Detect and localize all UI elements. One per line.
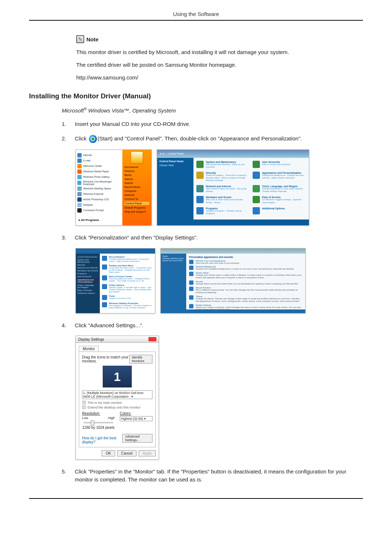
row-desc: Change which sounds are heard when you d… — [196, 283, 299, 285]
ap-side-item: Clock, Language, and Region — [77, 284, 98, 288]
best-display-link[interactable]: How do I get the best display? — [82, 436, 122, 444]
pers-row: SoundsChange which sounds are heard when… — [189, 280, 302, 285]
pers-footer — [161, 309, 305, 313]
group-links: Install or remove a font — [109, 297, 131, 299]
resolution-label: Resolution: — [82, 411, 115, 415]
sm-right-item: Help and Support — [124, 210, 149, 213]
adapter-select[interactable]: 1. (Multiple Monitors) on NVIDIA GeForce… — [82, 390, 152, 399]
group-links: Add gadgets to Sidebar · Choose whether … — [109, 304, 153, 309]
meeting-icon — [77, 186, 82, 191]
cancel-button[interactable]: Cancel — [117, 450, 136, 456]
ap-group: Windows Sidebar PropertiesAdd gadgets to… — [102, 302, 153, 309]
apply-button[interactable]: Apply — [139, 450, 156, 456]
category-title: Programs — [206, 207, 250, 210]
notepad-icon — [77, 203, 82, 207]
step-3: 3. Click "Personalization" and then "Dis… — [62, 234, 363, 242]
checkbox-icon[interactable] — [82, 405, 86, 409]
step-3-text: Click "Personalization" and then "Displa… — [75, 234, 363, 242]
category-icon — [196, 161, 204, 168]
group-links: Specify single- or double-click to open … — [109, 286, 153, 293]
gallery-icon — [77, 175, 82, 179]
identify-monitors-button[interactable]: Identify Monitors — [129, 355, 152, 364]
pers-sidebar: TasksChange desktop iconsAdjust font siz… — [161, 254, 186, 309]
step-2-pre: Click — [75, 135, 88, 141]
steps-list-5: 5. Click "Properties" in the "Monitor" t… — [62, 468, 363, 484]
resolution-slider[interactable] — [83, 422, 113, 423]
category-title: Ease of Access — [262, 196, 306, 198]
cp-category: SecurityCheck for updates · Check this c… — [196, 172, 250, 184]
close-icon[interactable] — [148, 337, 156, 341]
ds-title: Display Settings — [78, 337, 104, 341]
ok-button[interactable]: OK — [102, 450, 115, 456]
note-text-3: http://www.samsung.com/ — [76, 74, 363, 81]
ap-side-item: Additional Options — [77, 292, 98, 294]
ds-tab-monitor[interactable]: Monitor — [79, 346, 99, 352]
wmp-icon — [77, 169, 82, 174]
page-header-title: Using the Software — [29, 11, 363, 17]
step-2-num: 2. — [62, 135, 68, 143]
pers-side-item: Change desktop icons — [162, 257, 185, 259]
sm-item: Windows Media Player — [83, 170, 109, 173]
sm-item: Windows Photo Gallery — [83, 176, 110, 178]
ap-side-item: Network and Internet — [77, 267, 98, 269]
category-sub: Change keyboards or other input methods … — [262, 188, 306, 193]
high-label: High — [108, 416, 115, 420]
ap-side-item: Control Panel Home — [77, 256, 98, 258]
welcome-icon — [77, 164, 82, 168]
row-icon — [189, 260, 193, 264]
cp-category: Additional Options — [253, 207, 306, 217]
pers-main: Personalize appearance and sounds Window… — [186, 254, 305, 309]
ps-icon — [77, 197, 82, 202]
chk-main-monitor[interactable]: This is my main monitor — [82, 401, 152, 405]
category-title: System and Maintenance — [206, 161, 250, 163]
checkbox-icon[interactable] — [82, 401, 86, 405]
messenger-icon — [77, 181, 81, 185]
category-title: Additional Options — [262, 207, 285, 210]
sm-right-item: Games — [124, 178, 149, 180]
sm-item: Adobe Photoshop CS2 — [83, 198, 109, 201]
ap-side-item: Programs — [77, 272, 98, 275]
note-text-1: This monitor driver is certified by Micr… — [76, 48, 363, 56]
sm-item: Welcome Center — [83, 165, 102, 167]
cp-category: Hardware and SoundPlay CDs or other medi… — [196, 196, 250, 205]
colors-select[interactable]: Highest (32 bit) ▾ — [120, 416, 152, 421]
sm-item: Command Prompt — [83, 209, 104, 212]
cp-side-item: Classic View — [159, 164, 191, 167]
group-icon — [102, 284, 107, 289]
row-icon — [189, 295, 193, 300]
pers-row: Screen SaverChange your screen saver or … — [189, 272, 302, 279]
screenshot-start-menu: Internet E-mail Welcome Center Windows M… — [75, 149, 152, 226]
step-5-num: 5. — [62, 468, 68, 476]
category-title: Appearance and Personalization — [262, 172, 306, 174]
steps-list-4: 4. Click "Advanced Settings...". — [62, 321, 363, 329]
start-orb-icon — [89, 135, 97, 143]
advanced-settings-button[interactable]: Advanced Settings... — [122, 434, 152, 443]
ap-side-item: Appearance and Personalization — [77, 278, 98, 283]
sm-right-item: Computer — [124, 190, 149, 192]
group-icon — [102, 256, 107, 261]
row-desc: Fine tune the color and style of your wi… — [196, 262, 240, 264]
chk-extend-desktop[interactable]: Extend the desktop onto this monitor — [82, 405, 152, 409]
category-sub: Add or remove user accounts — [262, 163, 290, 166]
screenshot-personalization: TasksChange desktop iconsAdjust font siz… — [160, 248, 306, 313]
footer-rule — [29, 498, 363, 499]
step-1: 1. Insert your Manual CD into your CD-RO… — [62, 120, 363, 128]
row-icon — [189, 287, 193, 291]
cp-main: System and MaintenanceGet started with W… — [193, 158, 309, 219]
colors-label: Colors: — [120, 411, 152, 415]
category-sub: Play CDs or other media automatically · … — [206, 198, 250, 204]
pers-heading: Personalize appearance and sounds — [189, 256, 302, 258]
header-rule — [29, 20, 363, 21]
category-sub: Get started with Windows · Back up your … — [206, 163, 250, 168]
step-3-num: 3. — [62, 234, 68, 242]
step-2-post: (Start) and "Control Panel". Then, doubl… — [98, 135, 302, 141]
subtitle-pre: Microsoft — [62, 107, 84, 114]
cp-category: Ease of AccessLet Windows suggest settin… — [253, 196, 306, 205]
monitor-preview-icon[interactable]: 1 — [103, 366, 132, 387]
ap-side-item: System and Maintenance — [77, 259, 98, 263]
chk2-label: Extend the desktop onto this monitor — [87, 406, 140, 409]
step-4-text: Click "Advanced Settings...". — [75, 321, 363, 329]
step-2-text: Click (Start) and "Control Panel". Then,… — [75, 135, 363, 143]
note-block: ✎ Note This monitor driver is certified … — [76, 35, 363, 81]
category-icon — [253, 161, 260, 168]
